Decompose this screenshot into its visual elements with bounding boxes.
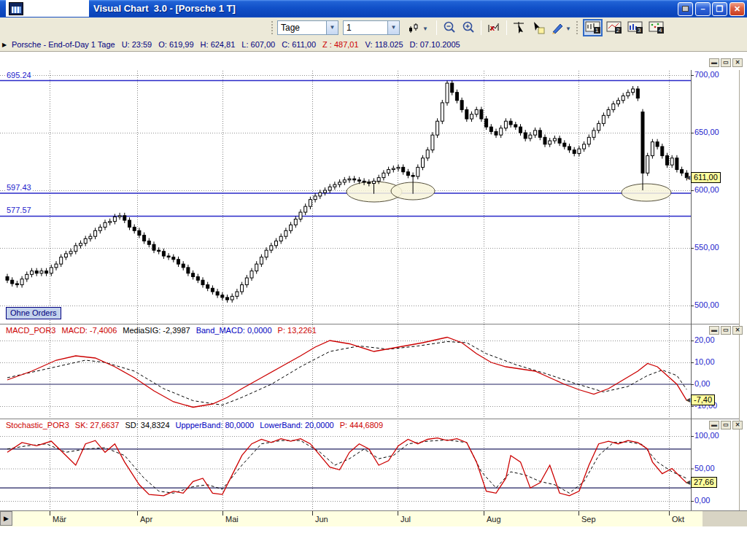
header-segment: UppperBand: 80,0000 — [176, 421, 255, 429]
close-button[interactable]: ✕ — [729, 2, 745, 16]
stoch-pane-controls: ▬ ▭ ✕ — [709, 421, 743, 429]
time-axis: MärAprMaiJunJulAugSepOkt — [0, 510, 703, 526]
panel-toggle-button[interactable] — [678, 2, 693, 16]
macd-value-box: -7,40 — [691, 394, 715, 405]
axis-tick-label: 0,00 — [694, 379, 710, 388]
application-window: Visual Chart 3.0 - [Porsche 1 T] – ❐ ✕ D… — [0, 0, 747, 560]
month-label-jun: Jun — [315, 515, 328, 524]
pane-close-button[interactable]: ✕ — [732, 421, 743, 429]
panel-icon — [682, 6, 689, 12]
header-segment: P: 444,6809 — [340, 421, 383, 429]
header-segment: Band_MACD: 0,0000 — [196, 326, 272, 335]
month-tick — [312, 511, 313, 516]
window-title: Visual Chart 3.0 - [Porsche 1 T] — [93, 3, 236, 14]
app-chart-icon — [9, 2, 23, 15]
axis-tick-label: 600,00 — [694, 185, 719, 194]
stoch-marker-arrow-icon: ◀ — [686, 479, 690, 486]
scroll-corner — [703, 510, 747, 526]
horizontal-level-label: 695.24 — [6, 71, 32, 79]
time-axis-arrow-button[interactable]: ▶ — [0, 511, 12, 526]
header-segment: MACD_POR3 — [6, 326, 55, 335]
last-price-box: 611,00 — [691, 172, 721, 183]
axis-tick-label: 0,00 — [694, 496, 710, 505]
stochastic-header: Stochastic_POR3SK: 27,6637SD: 34,8324Upp… — [6, 421, 389, 429]
axis-tick-label: 100,00 — [694, 431, 719, 440]
header-segment: LowerBand: 20,0000 — [260, 421, 334, 429]
pane-close-button[interactable]: ✕ — [732, 326, 743, 335]
header-segment: SD: 34,8324 — [125, 421, 169, 429]
axis-tick-label: 650,00 — [694, 128, 719, 136]
chart-canvas — [0, 0, 747, 560]
header-segment: SK: 27,6637 — [75, 421, 120, 429]
month-label-apr: Apr — [140, 515, 152, 524]
month-tick — [578, 511, 579, 516]
pane-minimize-button[interactable]: ▬ — [709, 421, 719, 429]
ohne-orders-badge[interactable]: Ohne Orders — [6, 307, 61, 319]
header-segment: MediaSIG: -2,3987 — [123, 326, 190, 335]
minimize-button[interactable]: – — [695, 2, 711, 16]
pane-maximize-button[interactable]: ▭ — [721, 421, 731, 429]
month-tick — [398, 511, 398, 516]
chart-window-controls: ▬ ▭ ✕ — [709, 58, 743, 67]
month-tick — [50, 511, 50, 516]
month-label-jul: Jul — [400, 515, 411, 524]
price-marker-arrow-icon: ◀ — [686, 174, 690, 181]
title-bar: Visual Chart 3.0 - [Porsche 1 T] – ❐ ✕ — [0, 0, 747, 18]
macd-marker-arrow-icon: ◀ — [686, 397, 690, 403]
restore-button[interactable]: ❐ — [712, 2, 727, 16]
axis-tick-label: 50,00 — [694, 464, 715, 472]
pane-minimize-button[interactable]: ▬ — [709, 326, 719, 335]
month-label-okt: Okt — [672, 515, 684, 524]
month-label-mär: Mär — [53, 515, 66, 524]
month-label-sep: Sep — [581, 515, 596, 524]
pane-maximize-button[interactable]: ▭ — [721, 58, 731, 67]
month-tick — [669, 511, 670, 516]
month-tick — [137, 511, 138, 516]
header-segment: MACD: -7,4006 — [61, 326, 117, 335]
macd-header: MACD_POR3MACD: -7,4006MediaSIG: -2,3987B… — [6, 326, 322, 335]
month-tick — [484, 511, 484, 516]
month-label-aug: Aug — [487, 515, 501, 524]
axis-tick-label: 10,00 — [694, 357, 715, 366]
horizontal-level-label: 577.57 — [6, 206, 32, 214]
axis-tick-label: 550,00 — [694, 243, 719, 252]
macd-pane-controls: ▬ ▭ ✕ — [709, 326, 743, 335]
stoch-value-box: 27,66 — [691, 477, 717, 488]
pane-minimize-button[interactable]: ▬ — [709, 58, 719, 67]
pane-close-button[interactable]: ✕ — [732, 58, 743, 67]
axis-tick-label: 700,00 — [694, 70, 719, 79]
pane-maximize-button[interactable]: ▭ — [721, 326, 731, 335]
axis-tick-label: 20,00 — [694, 335, 715, 344]
axis-tick-label: 500,00 — [694, 300, 719, 309]
header-segment: P: 13,2261 — [278, 326, 317, 335]
month-tick — [222, 511, 223, 516]
month-label-mai: Mai — [225, 515, 239, 524]
header-segment: Stochastic_POR3 — [6, 421, 69, 429]
horizontal-level-label: 597.43 — [6, 183, 32, 192]
